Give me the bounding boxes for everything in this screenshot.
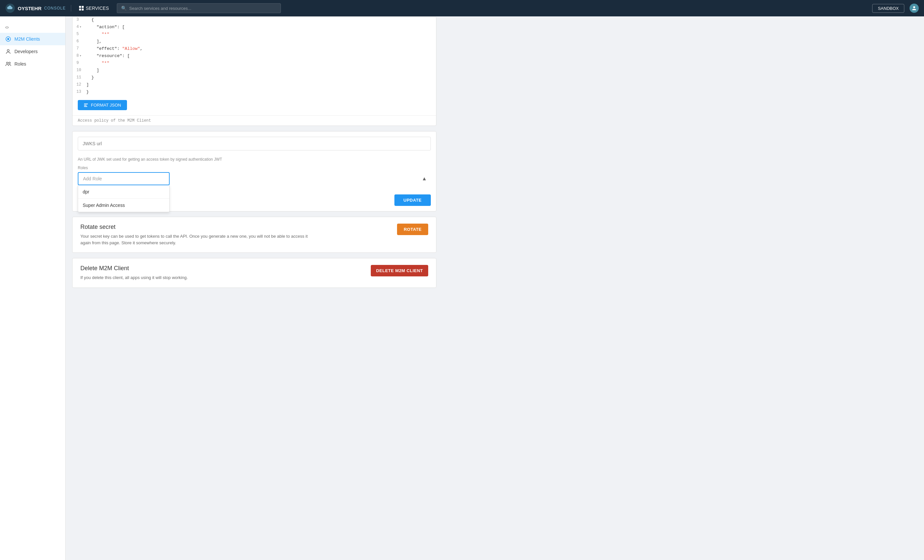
rotate-secret-section: Rotate secret Your secret key can be use… xyxy=(72,217,436,253)
developers-label: Developers xyxy=(14,49,38,54)
sidebar-item-roles[interactable]: Roles xyxy=(0,58,65,70)
svg-point-5 xyxy=(7,62,8,64)
svg-point-3 xyxy=(7,38,9,40)
dropdown-item-super-admin[interactable]: Super Admin Access xyxy=(78,199,170,212)
main-content: 3 { 4▾ "action": [ 5 "*" 6 ], 7 xyxy=(66,16,924,560)
search-icon: 🔍 xyxy=(121,6,127,11)
content-area: 3 { 4▾ "action": [ 5 "*" 6 ], 7 xyxy=(66,16,443,306)
svg-rect-9 xyxy=(84,106,87,107)
roles-dropdown-menu: dpr Super Admin Access xyxy=(78,185,170,212)
sidebar: ‹› M2M Clients Developers xyxy=(0,16,66,560)
format-btn-area: FORMAT JSON xyxy=(72,96,436,115)
sidebar-item-m2m-clients[interactable]: M2M Clients xyxy=(0,33,65,45)
roles-section: Roles Add Role ▲ dpr S xyxy=(72,166,436,190)
rotate-secret-description: Your secret key can be used to get token… xyxy=(80,233,310,246)
search-bar[interactable]: 🔍 Search services and resources... xyxy=(117,3,281,13)
sidebar-item-developers[interactable]: Developers xyxy=(0,45,65,58)
search-placeholder: Search services and resources... xyxy=(129,6,191,11)
brand-name: OYSTEHR xyxy=(18,6,42,11)
rotate-secret-content: Rotate secret Your secret key can be use… xyxy=(80,224,310,246)
delete-client-button[interactable]: DELETE M2M CLIENT xyxy=(371,265,428,276)
nav-divider xyxy=(71,5,71,12)
code-editor-card: 3 { 4▾ "action": [ 5 "*" 6 ], 7 xyxy=(72,16,436,126)
delete-client-content: Delete M2M Client If you delete this cli… xyxy=(80,265,188,281)
format-icon xyxy=(84,103,88,108)
format-json-button[interactable]: FORMAT JSON xyxy=(78,100,127,110)
jwks-url-input[interactable] xyxy=(78,137,431,150)
chevron-up-icon: ▲ xyxy=(422,176,427,182)
top-nav: OYSTEHR CONSOLE SERVICES 🔍 Search servic… xyxy=(0,0,924,16)
user-icon xyxy=(912,6,917,11)
code-line-11: 11 } xyxy=(72,75,436,82)
code-line-9: 9 "*" xyxy=(72,60,436,67)
delete-client-title: Delete M2M Client xyxy=(80,265,188,272)
jwks-description: An URL of JWK set used for getting an ac… xyxy=(72,156,436,166)
code-line-13: 13 } xyxy=(72,89,436,96)
code-line-10: 10 ] xyxy=(72,67,436,75)
delete-client-description: If you delete this client, all apps usin… xyxy=(80,274,188,281)
user-avatar[interactable] xyxy=(910,4,919,13)
add-role-select[interactable]: Add Role xyxy=(78,172,170,185)
roles-select-container: Add Role ▲ dpr Super Admin Access xyxy=(78,172,431,185)
update-button[interactable]: UPDATE xyxy=(394,195,431,206)
svg-rect-8 xyxy=(84,105,87,106)
services-button[interactable]: SERVICES xyxy=(76,4,112,12)
rotate-button[interactable]: ROTATE xyxy=(397,224,428,235)
code-line-6: 6 ], xyxy=(72,38,436,46)
sidebar-toggle[interactable]: ‹› xyxy=(0,22,65,33)
svg-rect-7 xyxy=(84,103,88,104)
developers-icon xyxy=(5,48,11,54)
grid-icon xyxy=(79,6,84,10)
console-label: CONSOLE xyxy=(44,6,66,10)
roles-label: Roles xyxy=(14,61,26,67)
rotate-secret-title: Rotate secret xyxy=(80,224,310,231)
roles-section-label: Roles xyxy=(78,166,431,170)
roles-icon xyxy=(5,61,11,67)
m2m-clients-icon xyxy=(5,36,11,42)
code-line-12: 12 ] xyxy=(72,82,436,89)
svg-point-6 xyxy=(9,62,10,64)
jwks-card: An URL of JWK set used for getting an ac… xyxy=(72,131,436,211)
svg-point-4 xyxy=(7,49,9,51)
brand-logo: OYSTEHR CONSOLE xyxy=(5,3,66,13)
code-line-3: 3 { xyxy=(72,17,436,24)
code-line-8: 8▾ "resource": [ xyxy=(72,53,436,60)
jwks-input-container xyxy=(72,132,436,156)
services-label: SERVICES xyxy=(86,6,109,11)
dropdown-item-dpr[interactable]: dpr xyxy=(78,185,170,199)
code-line-5: 5 "*" xyxy=(72,31,436,38)
delete-client-section: Delete M2M Client If you delete this cli… xyxy=(72,258,436,288)
app-layout: ‹› M2M Clients Developers xyxy=(0,16,924,560)
svg-point-1 xyxy=(913,6,915,8)
sandbox-button[interactable]: SANDBOX xyxy=(872,4,904,13)
m2m-clients-label: M2M Clients xyxy=(14,36,40,42)
code-line-7: 7 "effect": "Allow", xyxy=(72,46,436,53)
code-line-4: 4▾ "action": [ xyxy=(72,24,436,31)
code-editor-description: Access policy of the M2M Client xyxy=(72,115,436,126)
cloud-icon xyxy=(5,3,15,13)
